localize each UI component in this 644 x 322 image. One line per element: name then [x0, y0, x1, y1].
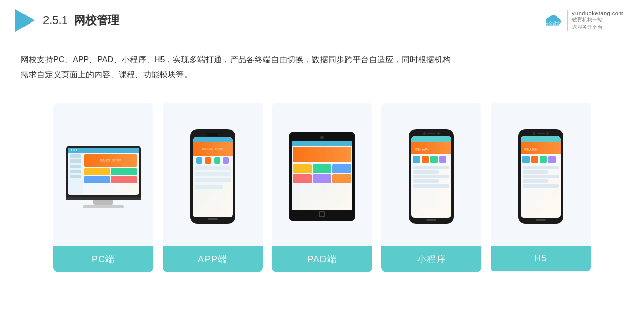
- mini-screen: 招进人的第一: [411, 136, 451, 218]
- pc-mockup: 招进人的第一堂冲课课: [66, 146, 141, 208]
- card-miniprogram-label: 小程序: [381, 246, 481, 272]
- card-pc: 招进人的第一堂冲课课: [53, 103, 153, 272]
- h5-screen: 招进人的第一: [521, 136, 561, 218]
- card-h5: 招进人的第一: [491, 103, 591, 272]
- h5-camera: [533, 132, 535, 135]
- phone-home-button: [208, 218, 218, 220]
- header-left: 2.5.1 网校管理: [15, 9, 119, 32]
- card-pc-label: PC端: [53, 246, 153, 272]
- svg-text:云朵课堂: 云朵课堂: [545, 21, 560, 25]
- title-text: 网校管理: [74, 14, 119, 27]
- phone-screen: 招进人的第一堂冲课课: [193, 137, 233, 217]
- brand-url: yunduoketang.com: [572, 10, 624, 16]
- card-pc-image: 招进人的第一堂冲课课: [53, 103, 153, 246]
- phone-notch: [207, 133, 218, 136]
- section-number: 2.5.1: [43, 14, 68, 27]
- card-pad-label: PAD端: [272, 246, 372, 272]
- header-right: 云朵课堂 yunduoketang.com 教育机构一站式服务云平台: [543, 10, 624, 31]
- page-header: 2.5.1 网校管理 云朵课堂 yunduoketang.com 教育机构一站式…: [0, 0, 644, 37]
- card-miniprogram: 招进人的第一: [381, 103, 481, 272]
- pc-stand: [93, 200, 113, 205]
- card-app: 招进人的第一堂冲课课 APP端: [163, 103, 263, 272]
- card-miniprogram-image: 招进人的第一: [381, 103, 481, 246]
- page-title: 2.5.1 网校管理: [43, 13, 119, 28]
- brand-icon: 云朵课堂: [543, 11, 562, 30]
- tablet-screen: [292, 141, 352, 210]
- card-h5-label: H5: [491, 246, 591, 271]
- svg-text:招进人的第一: 招进人的第一: [414, 148, 429, 151]
- h5-home-button: [536, 219, 546, 221]
- mini-home-button: [426, 219, 436, 221]
- brand-logo: 云朵课堂 yunduoketang.com 教育机构一站式服务云平台: [543, 10, 624, 31]
- h5-top-bar: [533, 132, 549, 135]
- mini-speaker: [427, 133, 435, 134]
- pc-screen-inner: 招进人的第一堂冲课课: [68, 148, 139, 195]
- card-app-label: APP端: [163, 246, 263, 272]
- pc-bezel: [66, 197, 141, 200]
- pc-base: [83, 205, 124, 208]
- card-h5-image: 招进人的第一: [491, 103, 591, 246]
- brand-tagline: 教育机构一站式服务云平台: [572, 16, 603, 31]
- mini-top-bar: [423, 132, 440, 135]
- h5-speaker: [537, 133, 545, 134]
- card-app-image: 招进人的第一堂冲课课: [163, 103, 263, 246]
- pc-screen-outer: 招进人的第一堂冲课课: [66, 146, 141, 197]
- mini-camera2: [437, 132, 440, 135]
- h5-phone-mockup: 招进人的第一: [518, 129, 563, 224]
- description-line2: 需求自定义页面上的内容、课程、功能模块等。: [20, 67, 624, 82]
- card-pad-image: [272, 103, 372, 246]
- brand-text: yunduoketang.com 教育机构一站式服务云平台: [567, 10, 624, 31]
- description-section: 网校支持PC、APP、PAD、小程序、H5，实现多端打通，产品各终端自由切换，数…: [0, 37, 644, 87]
- mini-phone-mockup: 招进人的第一: [409, 129, 454, 224]
- description-line1: 网校支持PC、APP、PAD、小程序、H5，实现多端打通，产品各终端自由切换，数…: [20, 53, 624, 67]
- logo-triangle-icon: [15, 9, 35, 32]
- card-pad: PAD端: [272, 103, 372, 272]
- tablet-camera: [320, 136, 324, 139]
- tablet-mockup: [289, 132, 355, 221]
- svg-text:招进人的第一: 招进人的第一: [523, 148, 538, 151]
- cards-section: 招进人的第一堂冲课课: [0, 93, 644, 288]
- mini-camera: [423, 132, 426, 135]
- h5-camera2: [546, 132, 549, 135]
- tablet-home-button: [319, 211, 325, 217]
- app-phone-mockup: 招进人的第一堂冲课课: [190, 129, 235, 224]
